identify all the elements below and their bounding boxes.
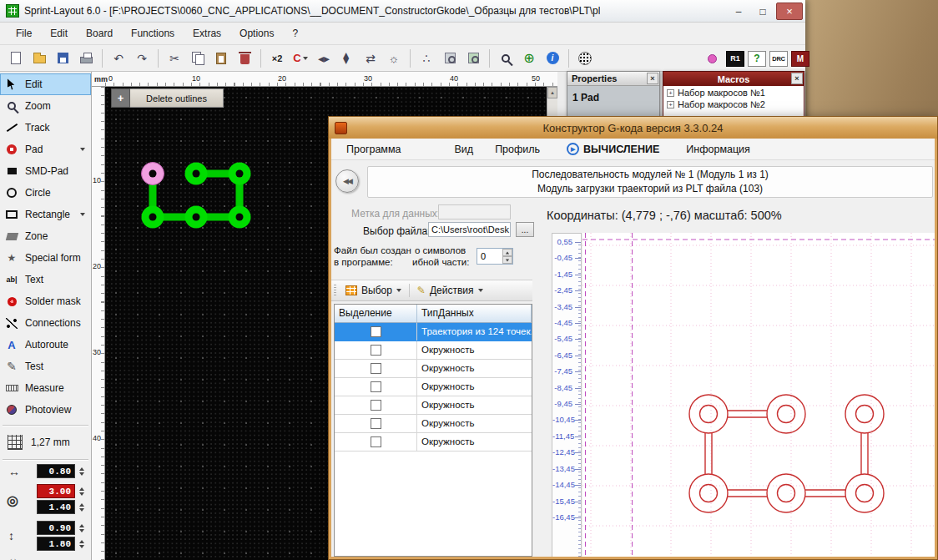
spinner-up-button[interactable] bbox=[502, 249, 512, 256]
mirror-horizontal-button[interactable]: ◂▸ bbox=[313, 48, 335, 69]
sidebar-item-zoom[interactable]: Zoom bbox=[0, 95, 91, 117]
actions-menu-button[interactable]: ✎ Действия bbox=[412, 282, 488, 299]
ratsnest-button[interactable]: ∴ bbox=[416, 48, 437, 69]
rotate-dropdown-icon[interactable] bbox=[303, 57, 308, 60]
menu-edit[interactable]: Edit bbox=[41, 24, 77, 43]
solder-mask-top-button[interactable] bbox=[439, 48, 461, 69]
macro-set-item[interactable]: + Набор макросов №2 bbox=[663, 98, 804, 109]
menu-info[interactable]: Информация bbox=[679, 140, 757, 159]
table-row[interactable]: Окружность bbox=[335, 378, 532, 396]
table-row[interactable]: Окружность bbox=[335, 396, 532, 415]
menu-compute[interactable]: ▶ ВЫЧИСЛЕНИЕ bbox=[560, 139, 666, 159]
settings-button[interactable]: ☼ bbox=[383, 48, 405, 69]
dialog-title-bar[interactable]: Конструктор G-кода версия 3.3.0.24 bbox=[329, 117, 937, 139]
sidebar-item-text[interactable]: ab|Text bbox=[0, 269, 91, 290]
smd-height-value[interactable]: 1.80 bbox=[37, 537, 75, 551]
track-width-stepper[interactable] bbox=[77, 464, 87, 478]
smd-width-value[interactable]: 0.90 bbox=[37, 521, 75, 535]
close-button[interactable]: × bbox=[776, 3, 803, 20]
flip-board-button[interactable]: ⇄ bbox=[360, 48, 381, 69]
sidebar-item-test[interactable]: ✎Test bbox=[0, 356, 91, 377]
symbols-count-spinner[interactable]: 0 bbox=[477, 248, 513, 265]
pattern-button[interactable] bbox=[574, 48, 596, 69]
file-path-input[interactable]: C:\Users\root\Desk bbox=[428, 222, 511, 237]
smd-height-stepper[interactable] bbox=[77, 537, 87, 551]
swap-icon[interactable]: ↔ bbox=[8, 552, 18, 560]
r1-button[interactable]: R1 bbox=[726, 51, 744, 67]
sidebar-item-solder-mask[interactable]: Solder mask bbox=[0, 290, 91, 312]
plot-canvas[interactable] bbox=[582, 233, 935, 557]
row-checkbox[interactable] bbox=[371, 436, 381, 447]
table-row[interactable]: Окружность bbox=[335, 341, 532, 360]
row-checkbox[interactable] bbox=[371, 345, 381, 356]
menu-extras[interactable]: Extras bbox=[184, 24, 230, 43]
print-button[interactable] bbox=[75, 48, 97, 69]
tree-expand-icon[interactable]: + bbox=[667, 101, 674, 108]
sidebar-item-rectangle[interactable]: Rectangle bbox=[0, 204, 91, 225]
pad-outer-stepper[interactable] bbox=[77, 484, 87, 498]
column-header-datatype[interactable]: ТипДанных bbox=[417, 305, 532, 323]
table-row[interactable]: Окружность bbox=[335, 415, 532, 433]
info-button[interactable]: i bbox=[542, 48, 563, 69]
redo-button[interactable]: ↷ bbox=[131, 48, 153, 69]
sidebar-item-zone[interactable]: Zone bbox=[0, 225, 91, 247]
sidebar-item-edit[interactable]: Edit bbox=[0, 73, 91, 95]
macros-panel-header[interactable]: Macros × bbox=[663, 72, 804, 86]
sidebar-item-circle[interactable]: Circle bbox=[0, 182, 91, 204]
rectangle-dropdown-icon[interactable] bbox=[80, 213, 85, 216]
pad-inner-value[interactable]: 1.40 bbox=[37, 500, 75, 514]
module-back-button[interactable]: ◀◀ bbox=[335, 169, 359, 193]
row-checkbox[interactable] bbox=[371, 400, 381, 411]
menu-file[interactable]: File bbox=[7, 24, 41, 43]
table-row[interactable]: Окружность bbox=[335, 360, 532, 378]
row-checkbox[interactable] bbox=[371, 326, 381, 337]
macros-close-button[interactable]: × bbox=[791, 73, 803, 84]
tree-expand-icon[interactable]: + bbox=[667, 89, 674, 97]
browse-button[interactable]: ... bbox=[516, 222, 534, 237]
toolstrip-grip[interactable] bbox=[334, 285, 336, 296]
title-bar[interactable]: Sprint-Layout 6.0 - [F:\PROJECTS\0060_CN… bbox=[0, 0, 805, 23]
move-handle-icon[interactable]: + bbox=[111, 88, 130, 108]
new-button[interactable] bbox=[5, 48, 27, 69]
pad-inner-stepper[interactable] bbox=[77, 500, 87, 514]
delete-button[interactable] bbox=[234, 48, 255, 69]
smd-width-stepper[interactable] bbox=[77, 521, 87, 535]
row-checkbox[interactable] bbox=[371, 381, 381, 392]
data-mark-input[interactable] bbox=[438, 204, 511, 219]
magenta-layer-button[interactable] bbox=[701, 48, 723, 69]
sidebar-item-connections[interactable]: Connections bbox=[0, 312, 91, 334]
properties-close-button[interactable]: × bbox=[647, 73, 658, 84]
paste-button[interactable] bbox=[210, 48, 232, 69]
menu-help[interactable]: ? bbox=[283, 24, 307, 43]
scroll-up-button[interactable]: ▲ bbox=[547, 87, 557, 98]
menu-program[interactable]: Программа bbox=[340, 140, 408, 159]
sidebar-item-special-form[interactable]: ★Special form bbox=[0, 247, 91, 269]
minimize-button[interactable]: – bbox=[728, 3, 749, 19]
pad-dropdown-icon[interactable] bbox=[80, 148, 85, 151]
sidebar-item-measure[interactable]: Measure bbox=[0, 377, 91, 399]
mirror-vertical-button[interactable]: ◂▸ bbox=[336, 48, 358, 69]
properties-panel-header[interactable]: Properties × bbox=[567, 72, 659, 86]
duplicate-x2-button[interactable]: ×2 bbox=[266, 48, 288, 69]
rotate-button[interactable]: C bbox=[290, 48, 311, 69]
menu-options[interactable]: Options bbox=[230, 24, 283, 43]
sidebar-item-photoview[interactable]: Photoview bbox=[0, 399, 91, 421]
drc-button[interactable]: DRC bbox=[769, 51, 788, 67]
table-row[interactable]: Траектория из 124 точек. bbox=[335, 323, 532, 341]
sidebar-item-track[interactable]: Track bbox=[0, 117, 91, 139]
sidebar-item-smd-pad[interactable]: SMD-Pad bbox=[0, 160, 91, 182]
open-button[interactable] bbox=[28, 48, 50, 69]
undo-button[interactable]: ↶ bbox=[108, 48, 129, 69]
sidebar-item-autoroute[interactable]: AAutoroute bbox=[0, 334, 91, 356]
sidebar-item-pad[interactable]: Pad bbox=[0, 139, 91, 160]
menu-view[interactable]: Вид bbox=[448, 140, 481, 159]
save-button[interactable] bbox=[52, 48, 73, 69]
table-row[interactable]: Окружность bbox=[335, 433, 532, 452]
help-button[interactable]: ? bbox=[748, 51, 766, 67]
maximize-button[interactable]: □ bbox=[752, 3, 774, 19]
zoom-all-button[interactable] bbox=[495, 48, 517, 69]
spinner-down-button[interactable] bbox=[502, 256, 512, 264]
macros-toggle-button[interactable]: M bbox=[791, 51, 809, 67]
menu-profile[interactable]: Профиль bbox=[488, 140, 547, 159]
cut-button[interactable]: ✂ bbox=[164, 48, 185, 69]
